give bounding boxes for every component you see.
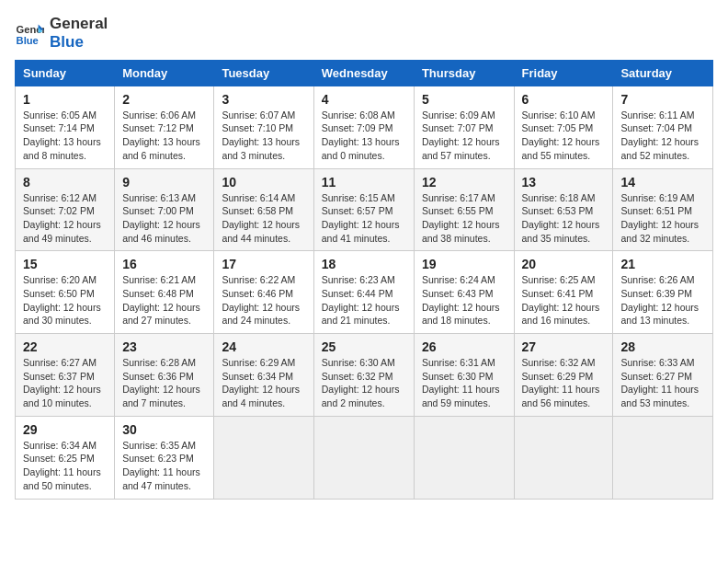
day-number: 22: [23, 339, 107, 354]
calendar-table: SundayMondayTuesdayWednesdayThursdayFrid…: [15, 60, 713, 500]
day-info: Sunrise: 6:11 AM Sunset: 7:04 PM Dayligh…: [620, 109, 705, 163]
day-info: Sunrise: 6:22 AM Sunset: 6:46 PM Dayligh…: [222, 273, 305, 327]
day-number: 1: [23, 92, 107, 107]
weekday-header-wednesday: Wednesday: [313, 60, 414, 86]
day-cell: 4Sunrise: 6:08 AM Sunset: 7:09 PM Daylig…: [313, 86, 414, 168]
day-number: 17: [222, 257, 305, 271]
day-info: Sunrise: 6:15 AM Sunset: 6:57 PM Dayligh…: [322, 191, 406, 246]
day-info: Sunrise: 6:27 AM Sunset: 6:37 PM Dayligh…: [23, 356, 107, 410]
day-number: 23: [122, 339, 206, 354]
weekday-header-tuesday: Tuesday: [214, 60, 313, 86]
weekday-header-sunday: Sunday: [16, 60, 115, 86]
header-area: General Blue General Blue: [15, 15, 713, 52]
logo-general: General: [50, 15, 108, 33]
day-number: 5: [422, 92, 506, 107]
week-row-3: 15Sunrise: 6:20 AM Sunset: 6:50 PM Dayli…: [16, 251, 713, 334]
day-cell: 29Sunrise: 6:34 AM Sunset: 6:25 PM Dayli…: [16, 416, 115, 499]
day-number: 13: [522, 175, 606, 190]
logo: General Blue General Blue: [15, 15, 108, 52]
day-number: 28: [620, 339, 705, 354]
day-number: 11: [322, 175, 406, 190]
day-info: Sunrise: 6:31 AM Sunset: 6:30 PM Dayligh…: [422, 356, 506, 410]
day-info: Sunrise: 6:13 AM Sunset: 7:00 PM Dayligh…: [122, 191, 206, 246]
day-info: Sunrise: 6:06 AM Sunset: 7:12 PM Dayligh…: [122, 109, 206, 163]
day-number: 25: [322, 339, 406, 354]
weekday-header-thursday: Thursday: [414, 60, 514, 86]
day-cell: 22Sunrise: 6:27 AM Sunset: 6:37 PM Dayli…: [16, 334, 115, 417]
day-cell: 13Sunrise: 6:18 AM Sunset: 6:53 PM Dayli…: [514, 168, 613, 251]
day-cell: [613, 416, 713, 499]
day-number: 8: [23, 175, 107, 190]
day-cell: 11Sunrise: 6:15 AM Sunset: 6:57 PM Dayli…: [313, 168, 414, 251]
day-cell: 14Sunrise: 6:19 AM Sunset: 6:51 PM Dayli…: [613, 168, 713, 251]
day-info: Sunrise: 6:30 AM Sunset: 6:32 PM Dayligh…: [322, 356, 406, 410]
day-number: 24: [222, 339, 305, 354]
day-number: 15: [23, 257, 107, 271]
weekday-row: SundayMondayTuesdayWednesdayThursdayFrid…: [16, 60, 713, 86]
day-cell: 19Sunrise: 6:24 AM Sunset: 6:43 PM Dayli…: [414, 251, 514, 334]
day-cell: 27Sunrise: 6:32 AM Sunset: 6:29 PM Dayli…: [514, 334, 613, 417]
day-cell: 15Sunrise: 6:20 AM Sunset: 6:50 PM Dayli…: [16, 251, 115, 334]
day-info: Sunrise: 6:26 AM Sunset: 6:39 PM Dayligh…: [620, 273, 705, 327]
day-info: Sunrise: 6:18 AM Sunset: 6:53 PM Dayligh…: [522, 191, 606, 246]
day-info: Sunrise: 6:23 AM Sunset: 6:44 PM Dayligh…: [322, 273, 406, 327]
day-cell: 10Sunrise: 6:14 AM Sunset: 6:58 PM Dayli…: [214, 168, 313, 251]
day-cell: 3Sunrise: 6:07 AM Sunset: 7:10 PM Daylig…: [214, 86, 313, 168]
day-cell: 18Sunrise: 6:23 AM Sunset: 6:44 PM Dayli…: [313, 251, 414, 334]
day-info: Sunrise: 6:05 AM Sunset: 7:14 PM Dayligh…: [23, 109, 107, 163]
day-cell: [414, 416, 514, 499]
day-cell: 1Sunrise: 6:05 AM Sunset: 7:14 PM Daylig…: [16, 86, 115, 168]
day-number: 26: [422, 339, 506, 354]
day-number: 27: [522, 339, 606, 354]
day-cell: 6Sunrise: 6:10 AM Sunset: 7:05 PM Daylig…: [514, 86, 613, 168]
day-number: 4: [322, 92, 406, 107]
day-number: 7: [620, 92, 705, 107]
day-info: Sunrise: 6:07 AM Sunset: 7:10 PM Dayligh…: [222, 109, 305, 163]
day-number: 10: [222, 175, 305, 190]
day-cell: 2Sunrise: 6:06 AM Sunset: 7:12 PM Daylig…: [115, 86, 214, 168]
day-number: 12: [422, 175, 506, 190]
day-info: Sunrise: 6:29 AM Sunset: 6:34 PM Dayligh…: [222, 356, 305, 410]
svg-text:Blue: Blue: [17, 35, 39, 46]
day-info: Sunrise: 6:34 AM Sunset: 6:25 PM Dayligh…: [23, 439, 107, 493]
week-row-1: 1Sunrise: 6:05 AM Sunset: 7:14 PM Daylig…: [16, 86, 713, 168]
week-row-4: 22Sunrise: 6:27 AM Sunset: 6:37 PM Dayli…: [16, 334, 713, 417]
logo-blue: Blue: [50, 33, 108, 52]
weekday-header-saturday: Saturday: [613, 60, 713, 86]
calendar-body: 1Sunrise: 6:05 AM Sunset: 7:14 PM Daylig…: [16, 86, 713, 499]
day-number: 30: [122, 422, 206, 437]
logo-icon: General Blue: [15, 18, 44, 48]
day-cell: 8Sunrise: 6:12 AM Sunset: 7:02 PM Daylig…: [16, 168, 115, 251]
day-cell: [514, 416, 613, 499]
day-number: 14: [620, 175, 705, 190]
day-number: 19: [422, 257, 506, 271]
day-number: 20: [522, 257, 606, 271]
day-number: 3: [222, 92, 305, 107]
weekday-header-monday: Monday: [115, 60, 214, 86]
day-cell: 30Sunrise: 6:35 AM Sunset: 6:23 PM Dayli…: [115, 416, 214, 499]
day-cell: 21Sunrise: 6:26 AM Sunset: 6:39 PM Dayli…: [613, 251, 713, 334]
day-cell: 16Sunrise: 6:21 AM Sunset: 6:48 PM Dayli…: [115, 251, 214, 334]
day-info: Sunrise: 6:17 AM Sunset: 6:55 PM Dayligh…: [422, 191, 506, 246]
day-cell: [313, 416, 414, 499]
day-cell: 20Sunrise: 6:25 AM Sunset: 6:41 PM Dayli…: [514, 251, 613, 334]
day-info: Sunrise: 6:09 AM Sunset: 7:07 PM Dayligh…: [422, 109, 506, 163]
day-cell: 23Sunrise: 6:28 AM Sunset: 6:36 PM Dayli…: [115, 334, 214, 417]
day-info: Sunrise: 6:24 AM Sunset: 6:43 PM Dayligh…: [422, 273, 506, 327]
day-info: Sunrise: 6:25 AM Sunset: 6:41 PM Dayligh…: [522, 273, 606, 327]
day-info: Sunrise: 6:19 AM Sunset: 6:51 PM Dayligh…: [620, 191, 705, 246]
day-info: Sunrise: 6:28 AM Sunset: 6:36 PM Dayligh…: [122, 356, 206, 410]
day-number: 6: [522, 92, 606, 107]
day-info: Sunrise: 6:33 AM Sunset: 6:27 PM Dayligh…: [620, 356, 705, 410]
day-info: Sunrise: 6:20 AM Sunset: 6:50 PM Dayligh…: [23, 273, 107, 327]
day-cell: 7Sunrise: 6:11 AM Sunset: 7:04 PM Daylig…: [613, 86, 713, 168]
day-cell: 9Sunrise: 6:13 AM Sunset: 7:00 PM Daylig…: [115, 168, 214, 251]
day-info: Sunrise: 6:21 AM Sunset: 6:48 PM Dayligh…: [122, 273, 206, 327]
day-number: 2: [122, 92, 206, 107]
day-cell: 25Sunrise: 6:30 AM Sunset: 6:32 PM Dayli…: [313, 334, 414, 417]
weekday-header-friday: Friday: [514, 60, 613, 86]
day-number: 29: [23, 422, 107, 437]
day-cell: [214, 416, 313, 499]
day-number: 21: [620, 257, 705, 271]
day-cell: 26Sunrise: 6:31 AM Sunset: 6:30 PM Dayli…: [414, 334, 514, 417]
